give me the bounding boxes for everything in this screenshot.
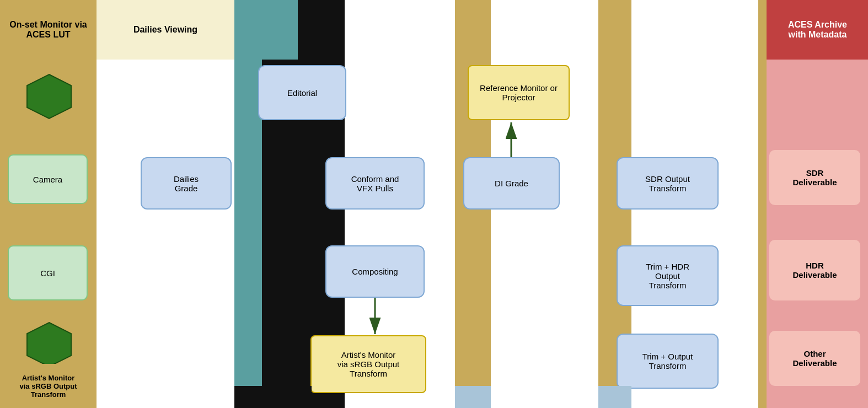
editorial-box: Editorial: [258, 65, 346, 120]
banner-aces-archive: ACES Archivewith Metadata: [767, 0, 868, 60]
other-deliverable-label: OtherDeliverable: [792, 349, 837, 368]
artists-monitor-center-label: Artist's Monitorvia sRGB OutputTransform: [337, 350, 400, 378]
cgi-label: CGI: [40, 269, 55, 278]
conform-vfx-label: Conform andVFX Pulls: [351, 174, 399, 193]
trim-hdr-label: Trim + HDROutputTransform: [646, 262, 689, 290]
banner-onset: On-set Monitor via ACES LUT: [0, 0, 97, 60]
camera-label: Camera: [33, 175, 62, 184]
banner-dailies: Dailies Viewing: [97, 0, 234, 60]
compositing-box: Compositing: [325, 245, 425, 298]
bg-col8-top: [598, 0, 631, 60]
banner-aces-archive-label: ACES Archivewith Metadata: [788, 20, 847, 40]
svg-marker-1: [27, 323, 71, 367]
bg-col3-top: [234, 0, 298, 60]
lightblue-band-bottom2: [455, 386, 491, 408]
bg-col5-top: [345, 0, 455, 60]
dailies-grade-label: DailiesGrade: [174, 174, 199, 193]
artists-monitor-center-box: Artist's Monitorvia sRGB OutputTransform: [310, 335, 426, 393]
other-deliverable-box: OtherDeliverable: [769, 331, 860, 386]
svg-marker-0: [27, 74, 71, 119]
compositing-label: Compositing: [352, 267, 398, 276]
bg-col9-top: [631, 0, 758, 60]
trim-output-box: Trim + OutputTransform: [617, 334, 719, 389]
reference-monitor-label: Reference Monitor or Projector: [473, 83, 564, 102]
bg-col7-top: [491, 0, 598, 60]
banner-dailies-label: Dailies Viewing: [133, 25, 197, 35]
trim-output-label: Trim + OutputTransform: [642, 352, 693, 371]
bg-col2-bot: [97, 60, 234, 408]
black-band-bottom: [234, 386, 312, 408]
editorial-label: Editorial: [287, 88, 317, 98]
hdr-deliverable-box: HDRDeliverable: [769, 240, 860, 300]
sdr-deliverable-label: SDRDeliverable: [792, 168, 837, 187]
green-diamond-top: [24, 72, 74, 121]
cgi-box: CGI: [8, 245, 88, 300]
artists-monitor-left: Artist's Monitorvia sRGB OutputTransform: [0, 364, 97, 408]
bg-col4-top: [298, 0, 345, 60]
sdr-output-box: SDR OutputTransform: [617, 157, 719, 210]
banner-onset-label: On-set Monitor via ACES LUT: [4, 20, 92, 40]
hdr-deliverable-label: HDRDeliverable: [792, 261, 837, 280]
green-diamond-bottom: [24, 320, 74, 369]
di-grade-label: DI Grade: [495, 179, 528, 188]
sdr-deliverable-box: SDRDeliverable: [769, 150, 860, 205]
trim-hdr-box: Trim + HDROutputTransform: [617, 245, 719, 306]
lightblue-band-bottom: [598, 386, 631, 408]
diagram-container: On-set Monitor via ACES LUT Dailies View…: [0, 0, 868, 408]
reference-monitor-box: Reference Monitor or Projector: [468, 65, 570, 120]
conform-vfx-box: Conform andVFX Pulls: [325, 157, 425, 210]
di-grade-box: DI Grade: [463, 157, 560, 210]
bg-col6-top: [455, 0, 491, 60]
sdr-output-label: SDR OutputTransform: [645, 174, 690, 193]
artists-monitor-left-label: Artist's Monitorvia sRGB OutputTransform: [19, 374, 77, 399]
dailies-grade-box: DailiesGrade: [141, 157, 232, 210]
camera-box: Camera: [8, 154, 88, 204]
